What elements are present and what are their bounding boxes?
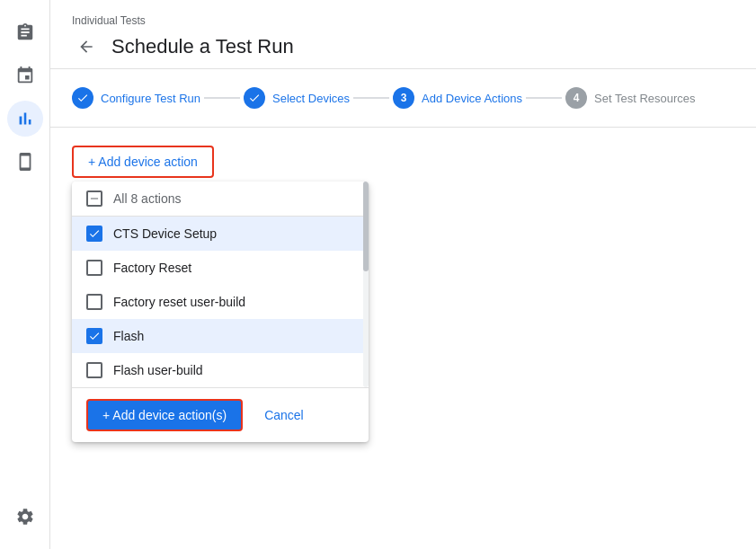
checkbox-cts	[86, 226, 102, 242]
dropdown-item-factory-reset-label: Factory Reset	[113, 261, 191, 275]
sidebar-item-device[interactable]	[7, 144, 43, 180]
chart-icon	[15, 109, 35, 128]
dropdown-item-flash[interactable]: Flash	[72, 319, 369, 353]
checkmark-icon	[76, 92, 89, 104]
checkbox-factory-reset	[86, 260, 102, 276]
checkbox-all	[86, 190, 102, 207]
checkmark-icon-2	[248, 92, 261, 104]
dropdown-item-all[interactable]: All 8 actions	[72, 182, 369, 217]
step-4-number: 4	[574, 92, 580, 104]
check-icon-flash	[88, 330, 101, 342]
settings-icon	[15, 507, 35, 527]
sidebar-item-settings[interactable]	[7, 499, 43, 535]
device-icon	[15, 152, 35, 172]
title-row: Schedule a Test Run	[72, 32, 734, 61]
stepper: Configure Test Run Select Devices 3 Add …	[50, 69, 756, 128]
step-3: 3 Add Device Actions	[393, 87, 522, 109]
dropdown-list: All 8 actions CTS Device Setup	[72, 182, 369, 387]
step-3-circle: 3	[393, 87, 414, 109]
page-title: Schedule a Test Run	[111, 35, 294, 58]
back-arrow-icon	[77, 38, 95, 56]
step-3-number: 3	[401, 92, 407, 104]
scrollbar-track	[363, 182, 369, 387]
step-1: Configure Test Run	[72, 87, 200, 109]
header: Individual Tests Schedule a Test Run	[50, 0, 756, 69]
step-3-label: Add Device Actions	[422, 92, 522, 105]
dropdown-item-all-label: All 8 actions	[113, 191, 181, 206]
back-button[interactable]	[72, 32, 101, 61]
sidebar-item-chart[interactable]	[7, 101, 43, 137]
add-device-actions-button[interactable]: + Add device action(s)	[86, 399, 243, 431]
step-4-label: Set Test Resources	[594, 92, 695, 105]
dropdown-item-cts[interactable]: CTS Device Setup	[72, 217, 369, 251]
breadcrumb: Individual Tests	[72, 14, 734, 27]
content-area: + Add device action All 8 actions	[50, 128, 756, 549]
checkbox-flash-user	[86, 362, 102, 378]
dropdown-item-flash-label: Flash	[113, 329, 144, 343]
dropdown-item-flash-user[interactable]: Flash user-build	[72, 353, 369, 387]
step-1-circle	[72, 87, 93, 109]
connector-2	[353, 97, 389, 99]
indeterminate-icon	[88, 192, 101, 205]
sidebar-item-clipboard[interactable]	[7, 14, 43, 50]
step-2-circle	[244, 87, 265, 109]
checkbox-flash	[86, 328, 102, 344]
step-4: 4 Set Test Resources	[565, 87, 695, 109]
step-2-label: Select Devices	[272, 92, 350, 105]
step-2: Select Devices	[244, 87, 350, 109]
checkbox-factory-reset-user	[86, 294, 102, 310]
check-icon-cts	[88, 227, 101, 240]
dropdown-panel: All 8 actions CTS Device Setup	[72, 182, 369, 442]
dropdown-inner: All 8 actions CTS Device Setup	[72, 182, 369, 387]
dropdown-item-factory-reset-user-label: Factory reset user-build	[113, 295, 245, 309]
main-content: Individual Tests Schedule a Test Run Con…	[50, 0, 756, 549]
dropdown-footer: + Add device action(s) Cancel	[72, 387, 369, 442]
connector-1	[204, 97, 240, 99]
dropdown-item-flash-user-label: Flash user-build	[113, 363, 203, 377]
step-1-label: Configure Test Run	[101, 92, 200, 105]
connector-3	[526, 97, 562, 99]
scrollbar-thumb[interactable]	[363, 182, 369, 271]
step-4-circle: 4	[565, 87, 587, 109]
clipboard-icon	[15, 22, 35, 42]
dropdown-item-factory-reset[interactable]: Factory Reset	[72, 251, 369, 285]
calendar-icon	[15, 66, 35, 85]
dropdown-item-cts-label: CTS Device Setup	[113, 226, 217, 241]
cancel-button[interactable]: Cancel	[253, 401, 315, 429]
sidebar	[0, 0, 50, 549]
dropdown-item-factory-reset-user[interactable]: Factory reset user-build	[72, 285, 369, 319]
add-device-action-button[interactable]: + Add device action	[72, 146, 214, 178]
sidebar-item-calendar[interactable]	[7, 58, 43, 93]
